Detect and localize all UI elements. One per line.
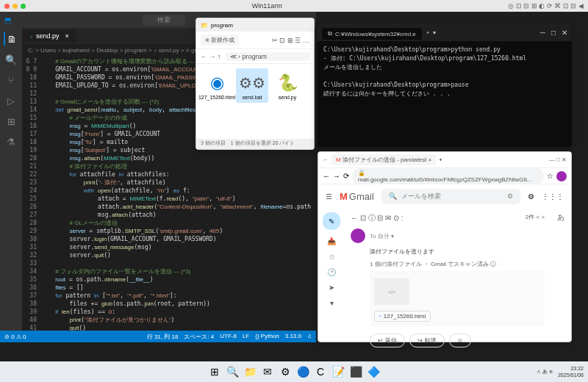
file-item[interactable]: ◉127_15260.html <box>201 68 233 103</box>
settings-icon[interactable]: ⚙ <box>528 192 534 201</box>
vscode-search-input[interactable]: 検索 <box>143 15 185 26</box>
minimize-button[interactable]: ─ <box>540 29 545 37</box>
new-tab-button[interactable]: + <box>439 156 442 163</box>
forward-button[interactable]: ↪ 転送 <box>409 334 445 347</box>
clock[interactable]: 23:22 2025/01/08 <box>558 365 584 378</box>
extensions-icon[interactable]: ⊞ <box>4 115 18 128</box>
taskbar-app-icon[interactable]: 📝 <box>330 364 346 380</box>
file-item[interactable]: 🐍send.py <box>271 68 304 103</box>
sent-icon[interactable]: ➤ <box>329 284 334 292</box>
vscode-logo-icon: ⬒ <box>4 16 11 24</box>
taskbar-app-icon[interactable]: ⊞ <box>207 364 223 380</box>
reload-button[interactable]: ⟳ <box>343 172 349 180</box>
more-icon[interactable]: ▾ <box>330 299 334 307</box>
taskbar-app-icon[interactable]: ✉ <box>259 364 276 380</box>
maximize-button[interactable]: □ <box>551 29 556 37</box>
command-prompt-window: ⧉ C:¥Windows¥system32¥cmd.e + ▾ ─ □ ✕ C:… <box>318 24 572 147</box>
folder-icon: 📁 <box>201 22 208 29</box>
mac-menubar: Win11arm ◎ ⊡ ⊟ ⊞ ◐ ⟳ ⌘ ⊡ ⊟ ◀ <box>0 0 588 12</box>
search-icon: 🔍 <box>389 192 397 200</box>
taskbar-app-icon[interactable]: 🔵 <box>295 364 311 380</box>
menu-icon[interactable]: ☰ <box>326 192 332 201</box>
compose-button[interactable]: ✎ <box>323 212 340 230</box>
forward-button[interactable]: → <box>333 172 340 180</box>
message-toolbar: ← ⊡ ⓘ ⊟ ✉ ⊙ : 2件 < > <box>351 211 545 226</box>
explorer-toolbar: ⊕ 新規作成 ✂ ⊡ ⊞ ☰ … <box>196 32 314 49</box>
taskbar-app-icon[interactable]: C <box>312 364 329 380</box>
snoozed-icon[interactable]: 🕐 <box>327 268 336 276</box>
gmail-right-panel: あ <box>551 208 571 342</box>
file-explorer-window: 📁 program ⊕ 新規作成 ✂ ⊡ ⊞ ☰ … ← → ↑ ≪ › pro… <box>196 18 315 150</box>
explorer-statusbar: 3 個の項目 1 個の項目を選択 20 バイト <box>196 139 314 149</box>
toolbar-actions[interactable]: ✂ ⊡ ⊞ ☰ … <box>272 37 309 44</box>
explorer-nav: ← → ↑ ≪ › program <box>196 49 314 64</box>
gmail-logo[interactable]: MGmail <box>340 191 374 202</box>
gmail-search-input[interactable]: 🔍 メールを検索 ⚙ <box>381 189 520 204</box>
star-icon[interactable]: ☆ <box>547 172 553 180</box>
url-input[interactable]: 🔒 mail.google.com/mail/u/0/#inbox/FMfcgz… <box>352 168 544 184</box>
recipient-line[interactable]: To 自分 ▾ <box>370 232 394 240</box>
cmd-output[interactable]: C:\Users\kujirahand\Desktop\program>pyth… <box>318 41 572 103</box>
reply-button[interactable]: ↩ 返信 <box>370 334 405 347</box>
inbox-icon[interactable]: 📥 <box>327 237 336 245</box>
taskbar-app-icon[interactable]: 📁 <box>242 364 258 380</box>
taskbar-app-icon[interactable]: ⚙ <box>277 364 293 380</box>
cmd-titlebar[interactable]: ⧉ C:¥Windows¥system32¥cmd.e + ▾ ─ □ ✕ <box>318 24 572 41</box>
line-numbers: 6 7 8 9 10 11 12 13 14 15 16 17 18 19 20… <box>22 56 41 342</box>
taskbar-app-icon[interactable]: 🔷 <box>365 364 381 380</box>
close-tab-icon[interactable]: × <box>65 32 69 40</box>
gmail-sidebar: ✎ 📥 ☆ 🕐 ➤ ▾ <box>318 208 345 342</box>
message-body: 添付ファイルを送ります <box>351 243 545 260</box>
gmail-message-view: ← ⊡ ⓘ ⊟ ✉ ⊙ : 2件 < > To 自分 ▾ 添付ファイルを送ります… <box>345 208 551 342</box>
new-tab-button[interactable]: + <box>426 29 430 36</box>
attachment-chip[interactable]: ▫ 127_15260.html <box>374 311 431 322</box>
new-button[interactable]: ⊕ 新規作成 <box>201 35 239 46</box>
window-traffic-lights[interactable] <box>4 4 26 9</box>
filter-icon[interactable]: ⚙ <box>507 192 513 200</box>
react-button[interactable]: ☺ <box>449 334 471 347</box>
status-problems[interactable]: ⊘ 0 ⚠ 0 <box>4 334 26 340</box>
file-list: ◉127_15260.html⚙⚙send.bat🐍send.py <box>196 64 314 107</box>
source-control-icon[interactable]: ⑂ <box>4 73 18 87</box>
explorer-icon[interactable]: 🗎 <box>4 32 17 46</box>
sender-avatar[interactable] <box>351 228 365 243</box>
attachment-preview[interactable]: </> ▫ 127_15260.html <box>370 271 545 326</box>
cmd-icon: ⧉ <box>328 30 332 37</box>
browser-address-bar: ← → ⟳ 🔒 mail.google.com/mail/u/0/#inbox/… <box>318 168 571 184</box>
taskbar-app-icon[interactable]: 🔍 <box>224 364 240 380</box>
ime-indicator[interactable]: あ <box>557 212 564 223</box>
debug-icon[interactable]: ▷ <box>4 94 18 107</box>
attachment-thumb: </> <box>374 278 409 305</box>
path-input[interactable]: ≪ › program <box>226 52 309 61</box>
profile-avatar[interactable] <box>556 171 567 181</box>
test-icon[interactable]: ⚗ <box>4 135 18 148</box>
search-icon[interactable]: 🔍 <box>4 53 18 66</box>
gmail-favicon-icon: M <box>336 156 341 163</box>
window-controls[interactable]: — □ ✕ <box>549 156 567 163</box>
html-file-icon: ▫ <box>379 313 381 320</box>
starred-icon[interactable]: ☆ <box>329 253 335 261</box>
taskbar-app-icon[interactable]: ⬛ <box>348 364 364 380</box>
python-file-icon: ⬨ <box>29 33 33 40</box>
pagination[interactable]: 2件 < > <box>526 213 545 223</box>
browser-tab[interactable]: M 添付ファイルの送信 - pandatest × <box>331 154 436 165</box>
back-button[interactable]: ← <box>323 172 330 180</box>
vscode-activity-bar: 🗎 🔍 ⑂ ▷ ⊞ ⚗ <box>0 28 22 342</box>
vscode-statusbar[interactable]: ⊘ 0 ⚠ 0 行 31, 列 18スペース: 4UTF-8LF{} Pytho… <box>0 331 316 342</box>
windows-taskbar: ⊞🔍📁✉⚙🔵C📝⬛🔷 ∧ あ ⊕ 23:22 2025/01/08 <box>0 361 588 382</box>
vm-title: Win11arm <box>32 2 502 10</box>
system-tray[interactable]: ∧ あ ⊕ 23:22 2025/01/08 <box>537 365 584 378</box>
lock-icon: 🔒 <box>358 170 365 176</box>
apps-icon[interactable]: ⋮⋮⋮ <box>542 192 564 201</box>
browser-titlebar: ← M 添付ファイルの送信 - pandatest × + — □ ✕ <box>318 152 571 168</box>
explorer-titlebar[interactable]: 📁 program <box>196 18 314 32</box>
tab-send-py[interactable]: ⬨ send.py × <box>22 30 76 42</box>
menubar-status-icons[interactable]: ◎ ⊡ ⊟ ⊞ ◐ ⟳ ⌘ ⊡ ⊟ ◀ <box>508 2 584 10</box>
close-button[interactable]: ✕ <box>562 29 567 37</box>
cmd-tab[interactable]: ⧉ C:¥Windows¥system32¥cmd.e <box>322 28 422 40</box>
attachment-header: 1 個の添付ファイル ・ Gmail でスキャン済み ⓘ <box>370 260 545 268</box>
nav-buttons[interactable]: ← → ↑ <box>201 53 221 60</box>
file-item[interactable]: ⚙⚙send.bat <box>236 68 268 103</box>
toolbar-actions[interactable]: ← ⊡ ⓘ ⊟ ✉ ⊙ : <box>351 213 403 223</box>
gmail-header: ☰ MGmail 🔍 メールを検索 ⚙ ⚙ ⋮⋮⋮ <box>318 184 571 208</box>
